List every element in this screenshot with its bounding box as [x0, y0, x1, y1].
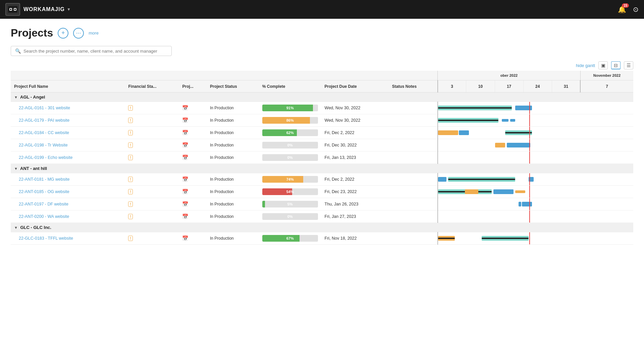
gantt-bar: [482, 238, 529, 239]
project-name-cell: 22-AGL-0179 - PAI website: [11, 114, 125, 127]
group-row: ▼ ANT - ant hill: [11, 164, 633, 173]
col-financial-sta: Financial Sta...: [125, 80, 179, 93]
due-date-cell: Fri, Dec 30, 2022: [321, 139, 389, 152]
group-toggle-icon[interactable]: ▼: [14, 226, 18, 230]
progress-bar: 54%: [262, 188, 318, 195]
project-status-cell: In Production: [207, 102, 259, 114]
financial-status-cell: !: [125, 210, 179, 223]
more-label[interactable]: more: [89, 31, 99, 36]
project-status-cell: In Production: [207, 139, 259, 152]
pct-complete-cell: 0%: [259, 152, 321, 164]
financial-warn-icon: !: [128, 142, 133, 148]
pct-complete-cell: 5%: [259, 198, 321, 210]
project-link[interactable]: 22-AGL-0184 - CC website: [19, 130, 69, 135]
pct-complete-cell: 54%: [259, 186, 321, 198]
more-options-button[interactable]: ···: [73, 28, 84, 39]
due-date-cell: Fri, Nov 18, 2022: [321, 232, 389, 245]
col-pct-complete: % Complete: [259, 80, 321, 93]
project-link[interactable]: 22-ANT-0197 - DF website: [19, 202, 68, 206]
gantt-month-oct: ober 2022: [438, 71, 581, 80]
project-link[interactable]: 22-ANT-0185 - OG website: [19, 189, 69, 194]
project-link[interactable]: 22-AGL-0199 - Echo website: [19, 155, 73, 160]
gantt-bar: [438, 177, 446, 182]
status-notes-cell: [389, 114, 438, 127]
gantt-bar: [448, 179, 515, 180]
financial-status-cell: !: [125, 127, 179, 139]
due-date-cell: Fri, Jan 27, 2023: [321, 210, 389, 223]
status-notes-cell: [389, 127, 438, 139]
search-icon: 🔍: [15, 48, 21, 54]
project-link[interactable]: 22-AGL-0161 - 301 website: [19, 106, 70, 110]
progress-bar: 0%: [262, 142, 318, 148]
progress-bar: 86%: [262, 117, 318, 124]
financial-warn-icon: !: [128, 118, 133, 123]
nav-search-button[interactable]: ⊙: [633, 5, 639, 13]
calendar-icon: 📅: [182, 214, 189, 219]
financial-status-cell: !: [125, 139, 179, 152]
calendar-icon: 📅: [182, 189, 189, 194]
progress-bar: 67%: [262, 235, 318, 242]
toolbar: hide gantt ▣ ⊟ ☰: [11, 61, 633, 69]
gantt-row-cell: [438, 114, 633, 127]
progress-bar: 74%: [262, 176, 318, 183]
progress-label: 0%: [262, 213, 318, 220]
proj-icon-cell: 📅: [179, 232, 207, 245]
proj-icon-cell: 📅: [179, 102, 207, 114]
add-project-button[interactable]: +: [58, 28, 68, 39]
financial-warn-icon: !: [128, 177, 133, 182]
project-status-cell: In Production: [207, 210, 259, 223]
table-row: 22-ANT-0197 - DF website ! 📅 In Producti…: [11, 198, 633, 210]
notifications-button[interactable]: 🔔 15: [618, 5, 626, 13]
view-list-button[interactable]: ☰: [624, 61, 633, 69]
group-toggle-icon[interactable]: ▼: [14, 95, 18, 99]
proj-icon-cell: 📅: [179, 139, 207, 152]
gantt-mini-container: [438, 210, 552, 223]
project-link[interactable]: 22-GLC-0183 - TFFL website: [19, 236, 73, 241]
status-notes-cell: [389, 210, 438, 223]
financial-warn-icon: !: [128, 155, 133, 160]
pct-complete-cell: 86%: [259, 114, 321, 127]
search-input[interactable]: [23, 49, 167, 54]
pct-complete-cell: 74%: [259, 173, 321, 186]
table-row: 22-AGL-0179 - PAI website ! 📅 In Product…: [11, 114, 633, 127]
view-single-button[interactable]: ▣: [598, 61, 608, 69]
financial-warn-icon: !: [128, 201, 133, 207]
gantt-bar: [438, 238, 455, 239]
view-split-button[interactable]: ⊟: [611, 61, 621, 69]
gantt-row-cell: [438, 232, 633, 245]
gantt-row-cell: [438, 210, 633, 223]
app-name[interactable]: WORKAMAJIG ▼: [23, 6, 71, 12]
due-date-cell: Fri, Dec 23, 2022: [321, 186, 389, 198]
gantt-bar: [438, 107, 512, 109]
gantt-bar: [438, 130, 458, 135]
financial-status-cell: !: [125, 152, 179, 164]
financial-status-cell: !: [125, 102, 179, 114]
gantt-bar: [502, 119, 508, 122]
pct-complete-cell: 91%: [259, 102, 321, 114]
calendar-icon: 📅: [182, 130, 189, 135]
project-link[interactable]: 22-ANT-0200 - WA website: [19, 214, 69, 219]
gantt-mini-container: [438, 232, 552, 244]
pct-complete-cell: 67%: [259, 232, 321, 245]
top-nav: WORKAMAJIG ▼ 🔔 15 ⊙: [0, 0, 644, 19]
proj-icon-cell: 📅: [179, 186, 207, 198]
progress-label: 86%: [262, 117, 318, 124]
today-line: [529, 198, 530, 210]
col-project-status: Project Status: [207, 80, 259, 93]
project-link[interactable]: 22-AGL-0179 - PAI website: [19, 118, 69, 123]
financial-status-cell: !: [125, 198, 179, 210]
status-notes-cell: [389, 232, 438, 245]
app-logo[interactable]: [5, 3, 20, 16]
project-link[interactable]: 22-ANT-0181 - MG website: [19, 177, 69, 182]
pct-complete-cell: 0%: [259, 139, 321, 152]
due-date-cell: Fri, Dec 2, 2022: [321, 173, 389, 186]
progress-bar: 62%: [262, 129, 318, 136]
project-link[interactable]: 22-AGL-0198 - Tr Website: [19, 143, 68, 147]
due-date-cell: Thu, Jan 26, 2023: [321, 198, 389, 210]
progress-label: 5%: [262, 201, 318, 207]
group-toggle-icon[interactable]: ▼: [14, 167, 18, 171]
table-row: 22-GLC-0183 - TFFL website ! 📅 In Produc…: [11, 232, 633, 245]
hide-gantt-button[interactable]: hide gantt: [576, 63, 595, 68]
gantt-mini-container: [438, 127, 552, 139]
progress-bar: 91%: [262, 105, 318, 111]
